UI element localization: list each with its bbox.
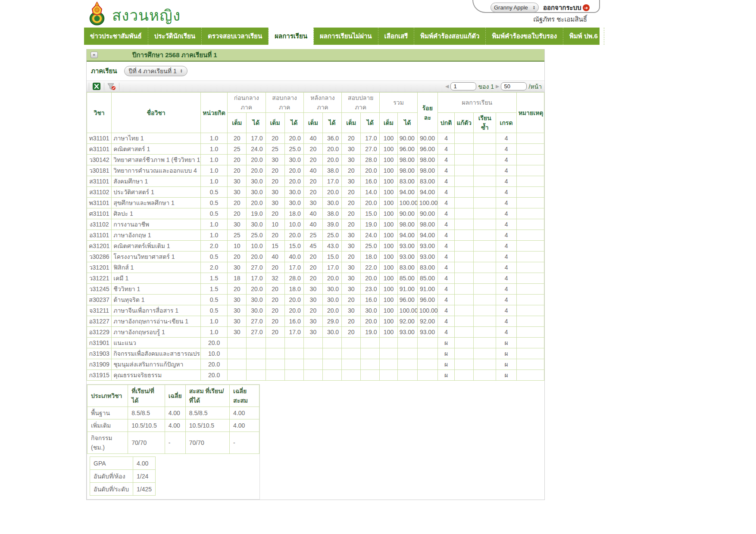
nav-item-4[interactable]: ผลการเรียน: [269, 28, 314, 45]
grades-header-row-1: วิชา ชื่อวิชา หน่วยกิต ก่อนกลางภาค สอบกล…: [87, 93, 544, 113]
grade-cell: [455, 230, 474, 241]
grade-cell: [516, 359, 544, 370]
grade-cell: 0.5: [200, 295, 227, 305]
grade-cell: 4: [496, 208, 516, 219]
student-name: ณัฐภัทร ชะเอมสินธิ์: [496, 14, 587, 25]
collapse-button[interactable]: «: [91, 52, 98, 58]
grade-cell: [322, 370, 341, 381]
nav-item-6[interactable]: เลือกเสรี: [378, 28, 415, 45]
grade-cell: ว31245: [87, 284, 112, 295]
grade-cell: ชุมนุมส่งเสริมการแก้ปัญหา: [112, 359, 201, 370]
grade-cell: 30: [228, 219, 247, 230]
grade-cell: 4: [437, 295, 454, 305]
next-page-icon[interactable]: ▶: [496, 84, 499, 89]
filter-clear-icon: [107, 83, 116, 90]
page-number-input[interactable]: [450, 82, 476, 90]
grade-cell: 29.0: [322, 316, 341, 327]
per-page-input[interactable]: [501, 82, 527, 90]
col-group-final: สอบปลายภาค: [342, 93, 380, 113]
summary-cell: 70/70: [128, 432, 165, 454]
grade-cell: [342, 359, 361, 370]
grade-cell: [284, 348, 303, 359]
grade-cell: ว31221: [87, 273, 112, 284]
grade-cell: [228, 370, 247, 381]
grade-cell: 20: [303, 273, 322, 284]
grade-cell: 4: [496, 144, 516, 155]
grade-cell: [284, 370, 303, 381]
grade-cell: 1.0: [200, 316, 227, 327]
grade-cell: [303, 338, 322, 348]
grade-row: ก31915คุณธรรมจริยธรรม20.0ผผ: [87, 370, 544, 381]
col-full: เต็ม: [266, 113, 284, 133]
grade-cell: [474, 230, 496, 241]
grade-cell: 38.0: [322, 208, 341, 219]
grade-cell: 1.0: [200, 165, 227, 176]
grade-cell: [266, 338, 284, 348]
grade-cell: ภาษาจีนเพื่อการสื่อสาร 1: [112, 305, 201, 316]
grade-cell: 16.0: [361, 176, 380, 187]
grade-cell: ต้านทุจริต 1: [112, 295, 201, 305]
col-credits: หน่วยกิต: [200, 93, 227, 133]
grade-cell: 17.0: [322, 262, 341, 273]
nav-item-8[interactable]: พิมพ์คำร้องขอใบรับรอง: [486, 28, 563, 45]
nav-item-9[interactable]: พิมพ์ ปพ.6: [563, 28, 604, 45]
excel-icon: [93, 83, 100, 90]
grade-cell: [516, 348, 544, 359]
grade-cell: 10.0: [200, 348, 227, 359]
grade-cell: 4: [496, 165, 516, 176]
col-got: ได้: [284, 113, 303, 133]
gpa-row: อันดับที่/ห้อง1/24: [90, 470, 156, 483]
grade-cell: 4: [437, 208, 454, 219]
grade-cell: 100: [380, 198, 397, 208]
grade-cell: [516, 165, 544, 176]
nav-item-10[interactable]: พิมพ์ ปพ.1: [604, 28, 645, 45]
grade-cell: 2.0: [200, 241, 227, 251]
grade-cell: 15: [266, 241, 284, 251]
grade-row: อ31227ภาษาอังกฤษการอ่าน-เขียน 11.03027.0…: [87, 316, 544, 327]
grade-cell: 17.0: [284, 327, 303, 338]
grade-cell: 1.0: [200, 133, 227, 144]
nav-item-1[interactable]: ข่าวประชาสัมพันธ์: [84, 28, 148, 45]
grade-cell: 18: [228, 273, 247, 284]
gpa-value: 1/425: [133, 483, 156, 496]
nav-item-2[interactable]: ประวัตินักเรียน: [148, 28, 202, 45]
grade-cell: 4: [437, 176, 454, 187]
grade-cell: 19.0: [247, 208, 266, 219]
grade-cell: 27.0: [247, 327, 266, 338]
grade-cell: [455, 176, 474, 187]
nav-item-5[interactable]: ผลการเรียนไม่ผ่าน: [314, 28, 378, 45]
grade-cell: 10: [228, 241, 247, 251]
summary-header-cell: ประเภทวิชา: [87, 385, 128, 407]
excel-export-button[interactable]: [91, 82, 102, 91]
prev-page-icon[interactable]: ◀: [445, 84, 449, 89]
nav-item-7[interactable]: พิมพ์คำร้องสอบแก้ตัว: [414, 28, 486, 45]
grade-cell: 20: [266, 262, 284, 273]
grade-cell: [455, 251, 474, 262]
nav-item-3[interactable]: ตรวจสอบเวลาเรียน: [202, 28, 269, 45]
logout-arrow-icon: ➜: [583, 4, 590, 11]
grade-cell: 20.0: [322, 305, 341, 316]
user-select[interactable]: Granny Apple ▲▼: [490, 3, 539, 12]
col-result-grade: เกรด: [496, 113, 516, 133]
gpa-label: อันดับที่/ระดับ: [90, 483, 133, 496]
semester-select[interactable]: ปีที่ 4 ภาคเรียนที่ 1 ▲▼: [124, 66, 187, 76]
grade-cell: [380, 359, 397, 370]
grade-cell: 4: [437, 273, 454, 284]
school-emblem-logo: [86, 1, 108, 26]
grade-cell: 17.0: [247, 133, 266, 144]
grade-cell: 100: [380, 284, 397, 295]
grade-cell: 15.0: [361, 208, 380, 219]
grade-cell: 25.0: [284, 144, 303, 155]
grade-cell: 4: [496, 327, 516, 338]
summary-header-row: ประเภทวิชาที่เรียน/ที่ได้เฉลี่ยสะสม ที่เ…: [87, 385, 259, 407]
grade-cell: 20: [303, 262, 322, 273]
school-name: สงวนหญิง: [112, 3, 181, 27]
clear-filter-button[interactable]: [106, 82, 117, 91]
logout-button[interactable]: ออกจากระบบ ➜: [543, 3, 590, 13]
summary-cell: เพิ่มเติม: [87, 419, 128, 432]
grade-cell: [284, 338, 303, 348]
summary-cell: 70/70: [185, 432, 229, 454]
grade-cell: 96.00: [417, 144, 437, 155]
grade-cell: [474, 241, 496, 251]
gpa-label: อันดับที่/ห้อง: [90, 470, 133, 483]
